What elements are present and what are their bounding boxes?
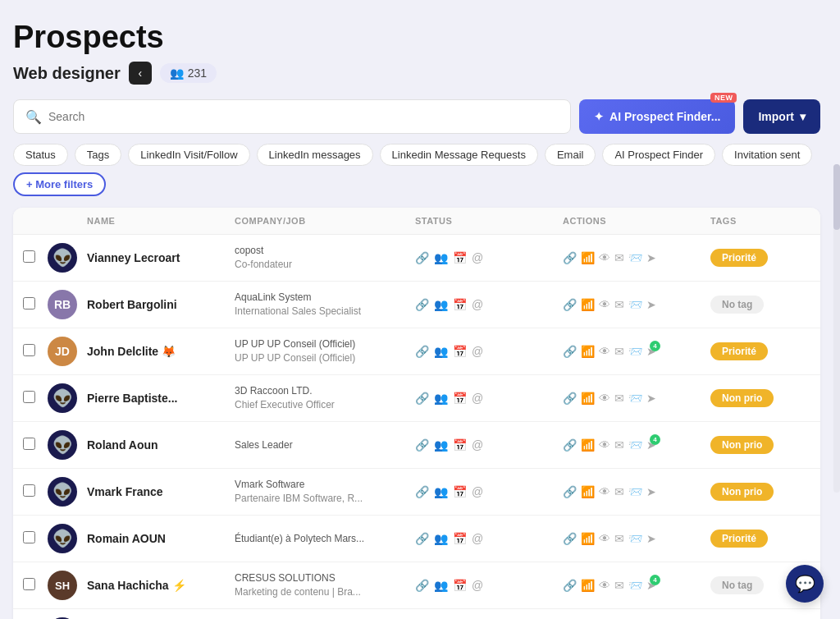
calendar-icon[interactable]: 📅: [453, 298, 467, 311]
chat-fab-button[interactable]: 💬: [786, 565, 824, 603]
scrollbar-thumb[interactable]: [833, 164, 840, 230]
calendar-icon[interactable]: 📅: [453, 392, 467, 405]
filter-ai-finder[interactable]: AI Prospect Finder: [602, 144, 715, 166]
email-icon[interactable]: @: [472, 532, 483, 545]
action-inbox-icon[interactable]: 📨: [628, 298, 642, 311]
action-eye-icon[interactable]: 👁: [599, 392, 610, 405]
filter-status[interactable]: Status: [13, 144, 68, 166]
action-inbox-icon[interactable]: 📨: [628, 532, 642, 545]
calendar-icon[interactable]: 📅: [453, 251, 467, 264]
row-checkbox[interactable]: [23, 578, 48, 594]
action-send-with-badge[interactable]: ➤ 4: [646, 438, 656, 452]
people-icon[interactable]: 👥: [434, 485, 448, 498]
email-icon[interactable]: @: [472, 345, 483, 358]
action-send-icon[interactable]: ➤: [646, 392, 656, 405]
action-eye-icon[interactable]: 👁: [599, 485, 610, 498]
action-link-icon[interactable]: 🔗: [563, 579, 577, 592]
action-mail-icon[interactable]: ✉: [614, 532, 624, 545]
link-icon[interactable]: 🔗: [415, 438, 429, 452]
tag-pill[interactable]: Priorité: [710, 342, 768, 360]
filter-invitation[interactable]: Invitation sent: [722, 144, 812, 166]
action-eye-icon[interactable]: 👁: [599, 251, 610, 264]
row-checkbox[interactable]: [23, 484, 48, 500]
action-mail-icon[interactable]: ✉: [614, 438, 624, 452]
link-icon[interactable]: 🔗: [415, 485, 429, 498]
action-eye-icon[interactable]: 👁: [599, 345, 610, 358]
action-rss-icon[interactable]: 📶: [581, 298, 595, 311]
email-icon[interactable]: @: [472, 251, 483, 264]
action-mail-icon[interactable]: ✉: [614, 392, 624, 405]
email-icon[interactable]: @: [472, 298, 483, 311]
filter-linkedin-requests[interactable]: Linkedin Message Requests: [380, 144, 538, 166]
calendar-icon[interactable]: 📅: [453, 485, 467, 498]
action-rss-icon[interactable]: 📶: [581, 251, 595, 264]
row-checkbox[interactable]: [23, 297, 48, 313]
action-inbox-icon[interactable]: 📨: [628, 579, 642, 592]
more-filters-button[interactable]: + More filters: [13, 172, 106, 196]
action-inbox-icon[interactable]: 📨: [628, 485, 642, 498]
link-icon[interactable]: 🔗: [415, 298, 429, 311]
tag-pill[interactable]: No tag: [710, 576, 764, 594]
people-icon[interactable]: 👥: [434, 298, 448, 311]
action-eye-icon[interactable]: 👁: [599, 438, 610, 452]
row-checkbox[interactable]: [23, 250, 48, 266]
action-rss-icon[interactable]: 📶: [581, 345, 595, 358]
import-button[interactable]: Import ▾: [743, 99, 820, 134]
link-icon[interactable]: 🔗: [415, 345, 429, 358]
action-rss-icon[interactable]: 📶: [581, 438, 595, 452]
calendar-icon[interactable]: 📅: [453, 438, 467, 452]
tag-pill[interactable]: No tag: [710, 296, 764, 314]
filter-email[interactable]: Email: [545, 144, 596, 166]
link-icon[interactable]: 🔗: [415, 251, 429, 264]
people-icon[interactable]: 👥: [434, 579, 448, 592]
action-send-icon[interactable]: ➤: [646, 485, 656, 498]
tag-pill[interactable]: Non prio: [710, 436, 774, 454]
action-link-icon[interactable]: 🔗: [563, 251, 577, 264]
action-mail-icon[interactable]: ✉: [614, 298, 624, 311]
search-input[interactable]: [48, 110, 559, 123]
action-link-icon[interactable]: 🔗: [563, 298, 577, 311]
people-icon[interactable]: 👥: [434, 392, 448, 405]
action-mail-icon[interactable]: ✉: [614, 345, 624, 358]
action-send-with-badge[interactable]: ➤ 4: [646, 579, 656, 592]
tag-pill[interactable]: Priorité: [710, 249, 768, 267]
row-checkbox[interactable]: [23, 531, 48, 547]
action-inbox-icon[interactable]: 📨: [628, 345, 642, 358]
calendar-icon[interactable]: 📅: [453, 345, 467, 358]
email-icon[interactable]: @: [472, 438, 483, 452]
link-icon[interactable]: 🔗: [415, 579, 429, 592]
row-checkbox[interactable]: [23, 344, 48, 360]
action-eye-icon[interactable]: 👁: [599, 579, 610, 592]
tag-pill[interactable]: Priorité: [710, 530, 768, 548]
action-mail-icon[interactable]: ✉: [614, 251, 624, 264]
people-icon[interactable]: 👥: [434, 532, 448, 545]
people-icon[interactable]: 👥: [434, 251, 448, 264]
action-eye-icon[interactable]: 👁: [599, 532, 610, 545]
action-inbox-icon[interactable]: 📨: [628, 392, 642, 405]
people-icon[interactable]: 👥: [434, 438, 448, 452]
people-icon[interactable]: 👥: [434, 345, 448, 358]
action-link-icon[interactable]: 🔗: [563, 438, 577, 452]
ai-prospect-finder-button[interactable]: ✦ AI Prospect Finder... NEW: [579, 99, 735, 134]
action-link-icon[interactable]: 🔗: [563, 345, 577, 358]
filter-linkedin-messages[interactable]: LinkedIn messages: [257, 144, 373, 166]
action-inbox-icon[interactable]: 📨: [628, 251, 642, 264]
email-icon[interactable]: @: [472, 485, 483, 498]
action-mail-icon[interactable]: ✉: [614, 579, 624, 592]
row-checkbox[interactable]: [23, 391, 48, 406]
link-icon[interactable]: 🔗: [415, 392, 429, 405]
link-icon[interactable]: 🔗: [415, 532, 429, 545]
action-send-icon[interactable]: ➤: [646, 298, 656, 311]
action-rss-icon[interactable]: 📶: [581, 485, 595, 498]
action-rss-icon[interactable]: 📶: [581, 392, 595, 405]
action-inbox-icon[interactable]: 📨: [628, 438, 642, 452]
action-link-icon[interactable]: 🔗: [563, 532, 577, 545]
tag-pill[interactable]: Non prio: [710, 389, 774, 407]
tag-pill[interactable]: Non prio: [710, 483, 774, 501]
email-icon[interactable]: @: [472, 579, 483, 592]
action-send-icon[interactable]: ➤: [646, 532, 656, 545]
action-send-with-badge[interactable]: ➤ 4: [646, 345, 656, 358]
action-send-icon[interactable]: ➤: [646, 251, 656, 264]
email-icon[interactable]: @: [472, 392, 483, 405]
calendar-icon[interactable]: 📅: [453, 532, 467, 545]
